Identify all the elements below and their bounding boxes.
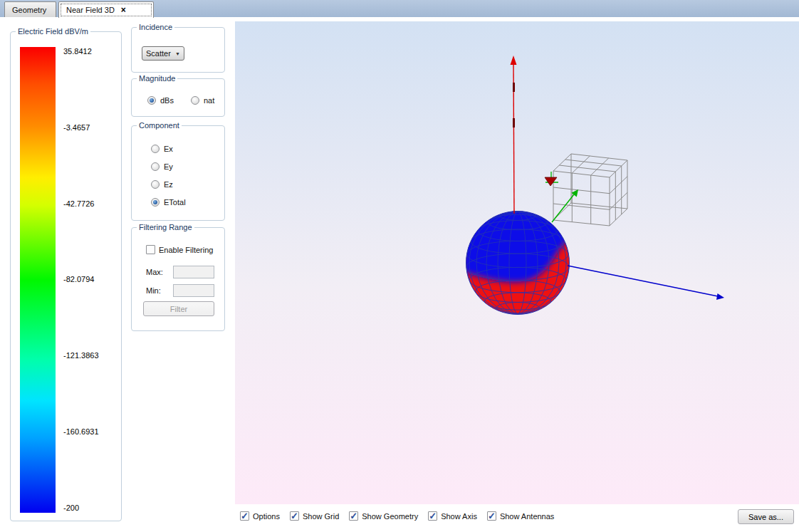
viewport-option-label: Show Antennas [500, 512, 554, 521]
radio-icon [151, 198, 160, 207]
colorbar-tick-labels: 35.8412 -3.4657 -42.7726 -82.0794 -121.3… [63, 47, 115, 513]
min-input[interactable] [173, 284, 214, 297]
tab-geometry[interactable]: Geometry [4, 1, 56, 17]
viewport-options-bar: Options Show Grid Show Geometry Show Axi… [240, 511, 554, 521]
colorbar-tick-label: 35.8412 [63, 47, 115, 56]
radio-label: Ex [164, 145, 173, 153]
incidence-dropdown-value: Scatter [146, 49, 174, 58]
magnitude-radio-option[interactable]: dBs [147, 96, 174, 105]
electric-field-title: Electric Field dBV/m [16, 27, 90, 36]
electric-field-groupbox: Electric Field dBV/m 35.8412 -3.4657 -42… [10, 31, 122, 521]
tab-close-icon[interactable]: × [121, 6, 126, 14]
checkbox-icon [290, 511, 299, 521]
tab-geometry-label: Geometry [12, 6, 46, 14]
viewport-option-label: Show Grid [303, 512, 339, 521]
viewport-option-checkbox[interactable]: Show Geometry [349, 511, 418, 521]
colorbar-gradient [20, 47, 56, 513]
viewport-3d[interactable] [235, 21, 799, 504]
antenna-marker [545, 172, 558, 186]
wireframe-cube [553, 154, 627, 226]
tab-near-field-3d[interactable]: Near Field 3D × [58, 1, 154, 18]
checkbox-icon [349, 511, 358, 521]
enable-filtering-label: Enable Filtering [159, 246, 213, 254]
radio-label: nat [204, 96, 214, 105]
radio-label: Ey [164, 162, 173, 171]
viewport-option-checkbox[interactable]: Show Grid [290, 511, 339, 521]
radio-label: Ez [164, 180, 173, 189]
magnitude-options: dBs nat [147, 96, 214, 105]
max-input[interactable] [173, 266, 214, 278]
viewport-option-checkbox[interactable]: Show Axis [428, 511, 477, 521]
scene-canvas [235, 21, 799, 504]
viewport-option-checkbox[interactable]: Show Antennas [487, 511, 554, 521]
viewport-option-label: Show Axis [441, 512, 477, 521]
application-window: Geometry Near Field 3D × Electric Field … [0, 0, 799, 532]
viewport-option-label: Show Geometry [362, 512, 418, 521]
component-radio-option[interactable]: Ez [151, 180, 186, 189]
incidence-title: Incidence [137, 23, 174, 31]
min-label: Min: [146, 286, 173, 295]
checkbox-icon [146, 245, 155, 254]
radio-icon [151, 180, 160, 189]
checkbox-icon [240, 511, 249, 521]
tab-bar: Geometry Near Field 3D × [0, 0, 799, 17]
min-field-row: Min: [146, 284, 214, 297]
filter-button[interactable]: Filter [143, 301, 214, 316]
chevron-down-icon: ▼ [175, 51, 180, 56]
filtering-range-groupbox: Filtering Range Enable Filtering Max: Mi… [131, 227, 225, 331]
radio-icon [191, 96, 199, 105]
radio-label: dBs [160, 96, 174, 105]
colorbar-tick-label: -3.4657 [63, 123, 115, 132]
tab-near-field-3d-label: Near Field 3D [66, 6, 115, 14]
colorbar-tick-label: -82.0794 [63, 275, 115, 284]
radio-icon [147, 96, 156, 105]
component-radio-option[interactable]: Ey [151, 162, 186, 171]
incidence-groupbox: Incidence Scatter ▼ [131, 27, 225, 73]
viewport-option-checkbox[interactable]: Options [240, 511, 280, 521]
colorbar-tick-label: -160.6931 [63, 427, 115, 437]
incidence-dropdown[interactable]: Scatter ▼ [142, 46, 184, 61]
viewport-option-label: Options [253, 512, 280, 521]
max-field-row: Max: [146, 266, 214, 278]
magnitude-title: Magnitude [137, 74, 177, 83]
enable-filtering-checkbox[interactable]: Enable Filtering [146, 245, 213, 254]
radio-icon [151, 145, 160, 153]
magnitude-groupbox: Magnitude dBs nat [131, 78, 225, 117]
component-options: Ex Ey Ez ETotal [151, 145, 186, 207]
colorbar-tick-label: -200 [63, 504, 115, 513]
radio-label: ETotal [164, 198, 186, 207]
colorbar-tick-label: -42.7726 [63, 199, 115, 209]
colorbar-tick-label: -121.3863 [63, 351, 115, 360]
max-label: Max: [146, 268, 173, 276]
component-radio-option[interactable]: ETotal [151, 198, 186, 207]
magnitude-radio-option[interactable]: nat [191, 96, 214, 105]
component-groupbox: Component Ex Ey Ez [131, 125, 225, 221]
component-radio-option[interactable]: Ex [151, 145, 186, 153]
component-title: Component [137, 121, 182, 130]
field-sphere [463, 202, 574, 319]
axis-arrow-red [511, 56, 517, 214]
checkbox-icon [487, 511, 496, 521]
save-as-button[interactable]: Save as... [738, 509, 794, 524]
radio-icon [151, 162, 160, 171]
checkbox-icon [428, 511, 437, 521]
axis-arrow-blue [568, 266, 724, 300]
filtering-range-title: Filtering Range [137, 223, 194, 231]
